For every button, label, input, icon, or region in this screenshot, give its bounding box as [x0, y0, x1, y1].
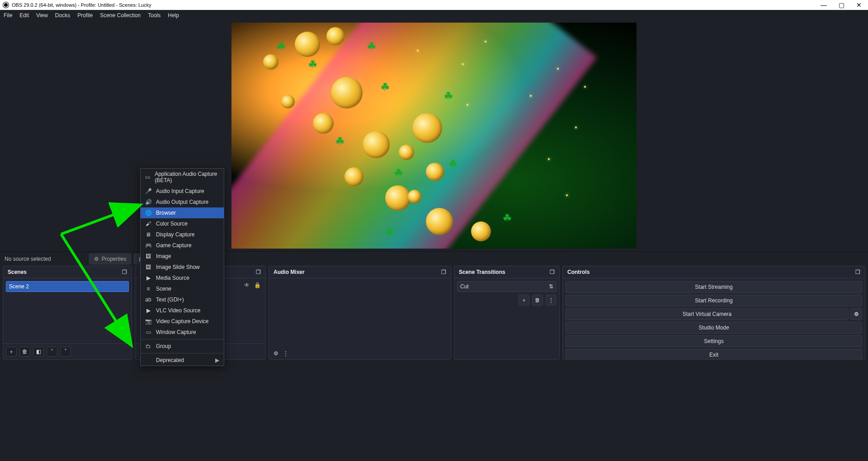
- menu-item-image-slide-show[interactable]: 🖼Image Slide Show: [141, 262, 224, 273]
- add-source-context-menu: ▭Application Audio Capture (BETA) 🎤Audio…: [140, 168, 224, 366]
- menu-edit[interactable]: Edit: [19, 12, 29, 19]
- scene-filter-button[interactable]: ◧: [33, 347, 44, 357]
- menu-item-display-capture[interactable]: 🖥Display Capture: [141, 229, 224, 240]
- scene-move-up-button[interactable]: ˄: [47, 347, 57, 357]
- menu-item-text-gdi[interactable]: abText (GDI+): [141, 294, 224, 305]
- vlc-icon: ▶: [145, 307, 151, 314]
- controls-title: Controls: [567, 269, 590, 275]
- titlebar: OBS 29.0.2 (64-bit, windows) - Profile: …: [0, 0, 868, 10]
- window-maximize-button[interactable]: ▢: [839, 1, 844, 9]
- menu-item-group[interactable]: 🗀Group: [141, 341, 224, 352]
- gear-icon: ⚙: [854, 311, 859, 317]
- transitions-popout-icon[interactable]: ❐: [550, 269, 555, 275]
- preview-canvas[interactable]: ☘ ☘ ☘ ☘ ☘ ☘ ☘ ☘ ☘ ☘: [231, 23, 637, 249]
- slideshow-icon: 🖼: [145, 264, 151, 270]
- scene-add-button[interactable]: ＋: [6, 347, 17, 357]
- preview-area: ☘ ☘ ☘ ☘ ☘ ☘ ☘ ☘ ☘ ☘: [0, 21, 868, 251]
- scenes-dock: Scenes ❐ Scene 2 ＋ 🗑 ◧ ˄ ˅: [3, 266, 132, 360]
- no-source-selected-label: No source selected: [4, 256, 51, 262]
- visibility-icon[interactable]: 👁: [244, 282, 250, 288]
- transition-menu-button[interactable]: ⋮: [546, 295, 557, 306]
- scene-move-down-button[interactable]: ˅: [60, 347, 71, 357]
- source-info-bar: No source selected ⚙ Properties ◧ Filter…: [0, 251, 868, 266]
- camera-icon: 📷: [145, 318, 151, 325]
- sources-popout-icon[interactable]: ❐: [256, 269, 261, 275]
- menu-item-media-source[interactable]: ▶Media Source: [141, 273, 224, 283]
- menu-scene-collection[interactable]: Scene Collection: [100, 12, 141, 19]
- menu-item-image[interactable]: 🖼Image: [141, 251, 224, 262]
- mixer-popout-icon[interactable]: ❐: [441, 269, 446, 275]
- gear-icon: ⚙: [94, 256, 99, 262]
- menu-item-color-source[interactable]: 🖌Color Source: [141, 218, 224, 229]
- docks-row: Scenes ❐ Scene 2 ＋ 🗑 ◧ ˄ ˅ Sources ❐ 👁 🔒…: [0, 266, 868, 360]
- image-icon: 🖼: [145, 253, 151, 259]
- menu-file[interactable]: File: [4, 12, 12, 19]
- audio-mixer-dock: Audio Mixer ❐ ⚙ ⋮: [269, 266, 451, 360]
- studio-mode-button[interactable]: Studio Mode: [566, 322, 862, 334]
- start-recording-button[interactable]: Start Recording: [566, 295, 862, 306]
- transitions-title: Scene Transitions: [459, 269, 505, 275]
- folder-icon: 🗀: [145, 343, 151, 349]
- menu-item-scene[interactable]: ≡Scene: [141, 283, 224, 294]
- app-icon: [3, 2, 9, 8]
- menu-item-game-capture[interactable]: 🎮Game Capture: [141, 240, 224, 251]
- lock-icon[interactable]: 🔒: [254, 282, 261, 288]
- menu-item-audio-output-capture[interactable]: 🔊Audio Output Capture: [141, 197, 224, 207]
- mic-icon: 🎤: [145, 188, 151, 194]
- window-title: OBS 29.0.2 (64-bit, windows) - Profile: …: [12, 2, 151, 8]
- menu-item-application-audio-capture[interactable]: ▭Application Audio Capture (BETA): [141, 169, 224, 186]
- menu-item-vlc-video-source[interactable]: ▶VLC Video Source: [141, 305, 224, 316]
- mixer-title: Audio Mixer: [274, 269, 305, 275]
- exit-button[interactable]: Exit: [566, 349, 862, 360]
- mixer-settings-icon[interactable]: ⚙: [274, 350, 278, 357]
- transition-select[interactable]: Cut ⇅: [457, 281, 557, 292]
- scenes-title: Scenes: [8, 269, 27, 275]
- menu-item-window-capture[interactable]: ▭Window Capture: [141, 327, 224, 338]
- menu-item-video-capture-device[interactable]: 📷Video Capture Device: [141, 316, 224, 327]
- transition-remove-button[interactable]: 🗑: [532, 295, 543, 306]
- list-icon: ≡: [145, 286, 151, 292]
- menu-help[interactable]: Help: [168, 12, 179, 19]
- window-minimize-button[interactable]: —: [821, 1, 827, 9]
- gamepad-icon: 🎮: [145, 242, 151, 249]
- menu-tools[interactable]: Tools: [148, 12, 160, 19]
- menu-profile[interactable]: Profile: [77, 12, 93, 19]
- scene-item[interactable]: Scene 2: [6, 281, 129, 292]
- text-icon: ab: [145, 296, 151, 303]
- menu-item-audio-input-capture[interactable]: 🎤Audio Input Capture: [141, 186, 224, 197]
- play-icon: ▶: [145, 275, 151, 281]
- settings-button[interactable]: Settings: [566, 335, 862, 347]
- transitions-dock: Scene Transitions ❐ Cut ⇅ ＋ 🗑 ⋮: [454, 266, 560, 360]
- properties-button[interactable]: ⚙ Properties: [89, 254, 132, 264]
- chevron-right-icon: ▶: [215, 357, 219, 363]
- menu-docks[interactable]: Docks: [55, 12, 70, 19]
- mixer-menu-icon[interactable]: ⋮: [283, 350, 288, 357]
- chevron-updown-icon: ⇅: [549, 283, 553, 290]
- menubar: File Edit View Docks Profile Scene Colle…: [0, 10, 868, 21]
- scene-remove-button[interactable]: 🗑: [19, 347, 30, 357]
- speaker-icon: 🔊: [145, 199, 151, 205]
- virtual-camera-settings-button[interactable]: ⚙: [850, 308, 862, 320]
- globe-icon: 🌐: [145, 210, 151, 216]
- controls-dock: Controls ❐ Start Streaming Start Recordi…: [562, 266, 865, 360]
- transition-add-button[interactable]: ＋: [519, 295, 529, 306]
- brush-icon: 🖌: [145, 221, 151, 227]
- display-icon: 🖥: [145, 231, 151, 238]
- window-icon: ▭: [145, 329, 151, 335]
- start-streaming-button[interactable]: Start Streaming: [566, 281, 862, 293]
- window-controls: — ▢ ✕: [821, 1, 865, 9]
- scenes-toolbar: ＋ 🗑 ◧ ˄ ˅: [3, 343, 132, 359]
- window-close-button[interactable]: ✕: [856, 1, 862, 9]
- menu-item-browser[interactable]: 🌐Browser: [141, 207, 224, 218]
- menu-item-deprecated[interactable]: Deprecated▶: [141, 355, 224, 366]
- controls-popout-icon[interactable]: ❐: [855, 269, 860, 275]
- menu-view[interactable]: View: [36, 12, 48, 19]
- start-virtual-camera-button[interactable]: Start Virtual Camera: [566, 308, 849, 320]
- app-audio-icon: ▭: [145, 174, 150, 180]
- scenes-popout-icon[interactable]: ❐: [122, 269, 127, 275]
